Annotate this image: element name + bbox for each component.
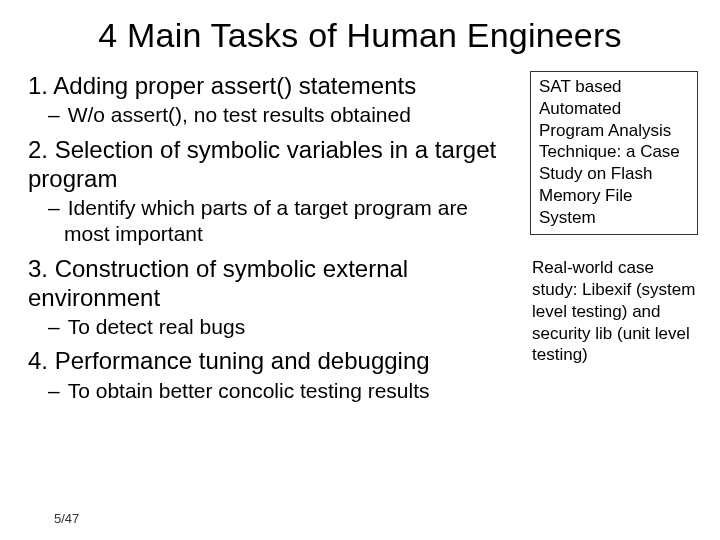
callout-box: SAT based Automated Program Analysis Tec… [530, 71, 698, 235]
slide-title: 4 Main Tasks of Human Engineers [0, 0, 720, 65]
page-number: 5/47 [54, 511, 79, 526]
side-note: Real-world case study: Libexif (system l… [530, 257, 698, 366]
task-4-heading: 4. Performance tuning and debugging [28, 346, 518, 375]
task-2-sub: Identify which parts of a target program… [28, 195, 518, 248]
main-column: 1. Adding proper assert() statements W/o… [28, 65, 530, 408]
task-2-heading: 2. Selection of symbolic variables in a … [28, 135, 518, 194]
task-4-sub: To obtain better concolic testing result… [28, 378, 518, 404]
task-1-heading: 1. Adding proper assert() statements [28, 71, 518, 100]
task-3-sub: To detect real bugs [28, 314, 518, 340]
task-1-sub: W/o assert(), no test results obtained [28, 102, 518, 128]
slide-body: 1. Adding proper assert() statements W/o… [0, 65, 720, 408]
side-column: SAT based Automated Program Analysis Tec… [530, 65, 698, 408]
task-3-heading: 3. Construction of symbolic external env… [28, 254, 518, 313]
